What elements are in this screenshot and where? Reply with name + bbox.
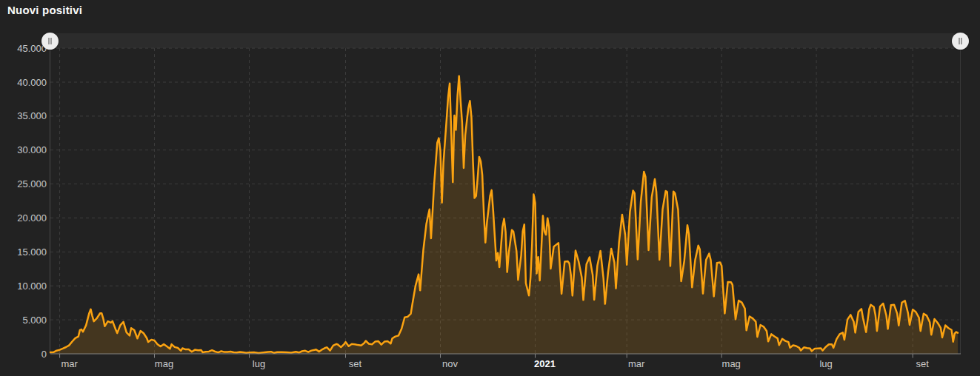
x-axis-labels: marmaglugsetnov2021marmaglugset (61, 358, 929, 369)
svg-text:10.000: 10.000 (17, 281, 47, 292)
scrollbar-end-handle[interactable] (952, 33, 969, 50)
y-axis-labels: 05.00010.00015.00020.00025.00030.00035.0… (17, 43, 47, 360)
svg-text:5.000: 5.000 (22, 315, 47, 326)
x-axis (50, 354, 961, 358)
svg-text:15.000: 15.000 (17, 246, 47, 258)
svg-text:30.000: 30.000 (17, 144, 47, 155)
grip-icon (48, 38, 52, 44)
scrollbar-start-handle[interactable] (41, 33, 59, 50)
svg-text:20.000: 20.000 (17, 212, 47, 224)
new-positives-area-chart: 05.00010.00015.00020.00025.00030.00035.0… (0, 0, 980, 376)
svg-text:nov: nov (442, 358, 458, 369)
svg-text:lug: lug (819, 358, 832, 369)
svg-text:40.000: 40.000 (17, 77, 47, 88)
svg-text:mar: mar (61, 358, 78, 369)
svg-text:lug: lug (253, 358, 265, 369)
svg-text:35.000: 35.000 (17, 110, 47, 121)
svg-text:0: 0 (41, 349, 47, 360)
svg-text:mag: mag (722, 358, 741, 369)
svg-text:25.000: 25.000 (17, 178, 47, 189)
grip-icon (959, 38, 962, 44)
svg-text:2021: 2021 (534, 358, 556, 369)
svg-text:set: set (916, 358, 930, 369)
svg-text:set: set (349, 358, 362, 369)
series-area-fill (50, 76, 958, 354)
svg-text:mag: mag (155, 358, 173, 369)
svg-text:mar: mar (628, 358, 645, 369)
